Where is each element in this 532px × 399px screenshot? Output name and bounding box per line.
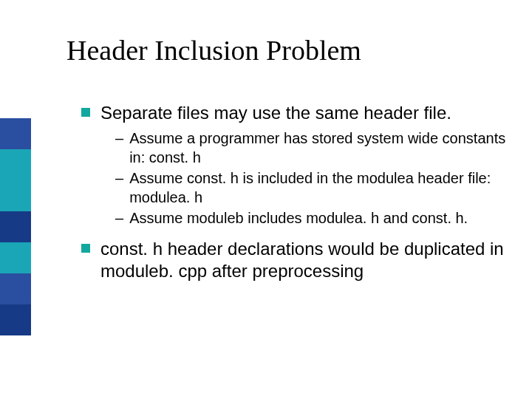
- bullet-level1: const. h header declarations would be du…: [66, 238, 510, 282]
- side-decoration: [0, 118, 31, 335]
- square-bullet-icon: [81, 108, 90, 117]
- bullet-level1: Separate files may use the same header f…: [66, 102, 510, 124]
- bullet-text: Assume a programmer has stored system wi…: [129, 129, 510, 167]
- slide-content: Header Inclusion Problem Separate files …: [66, 34, 510, 287]
- bullet-level2: – Assume moduleb includes modulea. h and…: [66, 208, 510, 228]
- bullet-text: Assume moduleb includes modulea. h and c…: [129, 208, 510, 228]
- bullet-level2: – Assume const. h is included in the mod…: [66, 168, 510, 207]
- deco-square: [0, 242, 31, 273]
- deco-square: [0, 149, 31, 180]
- bullet-text: Separate files may use the same header f…: [100, 102, 510, 124]
- dash-bullet-icon: –: [115, 129, 123, 148]
- slide-title: Header Inclusion Problem: [66, 34, 510, 66]
- square-bullet-icon: [81, 244, 90, 253]
- deco-square: [0, 273, 31, 304]
- deco-square: [0, 304, 31, 335]
- deco-square: [0, 118, 31, 149]
- deco-square: [0, 211, 31, 242]
- bullet-text: Assume const. h is included in the modul…: [129, 168, 510, 207]
- bullet-level2: – Assume a programmer has stored system …: [66, 129, 510, 167]
- deco-square: [0, 180, 31, 211]
- dash-bullet-icon: –: [115, 208, 123, 228]
- dash-bullet-icon: –: [115, 168, 123, 188]
- bullet-text: const. h header declarations would be du…: [100, 238, 510, 282]
